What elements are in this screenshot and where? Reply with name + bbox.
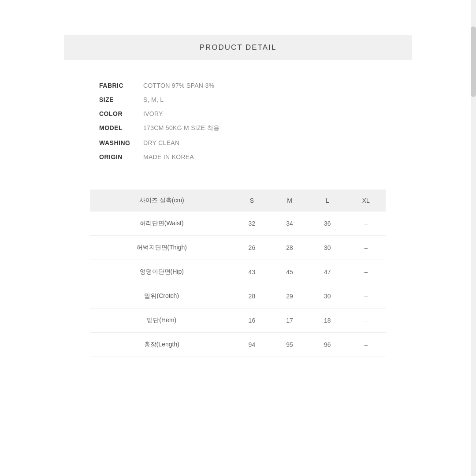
row-value: 45 — [271, 260, 309, 284]
product-detail-title: PRODUCT DETAIL — [200, 43, 277, 52]
size-value: S, M, L — [143, 96, 164, 103]
row-value: 26 — [233, 236, 271, 260]
row-value: 29 — [271, 284, 309, 309]
color-row: COLOR IVORY — [99, 110, 377, 117]
col-header-name: 사이즈 실측(cm) — [90, 190, 233, 212]
col-header-m: M — [271, 190, 309, 212]
product-info-section: FABRIC COTTON 97% SPAN 3% SIZE S, M, L C… — [64, 82, 412, 167]
row-label: 밑단(Hem) — [90, 309, 233, 333]
origin-row: ORIGIN MADE IN KOREA — [99, 153, 377, 160]
table-row: 밑위(Crotch)282930– — [90, 284, 386, 309]
row-label: 허리단면(Waist) — [90, 212, 233, 236]
row-label: 엉덩이단면(Hip) — [90, 260, 233, 284]
table-row: 밑단(Hem)161718– — [90, 309, 386, 333]
row-value: 28 — [271, 236, 309, 260]
row-value: – — [346, 212, 386, 236]
col-header-s: S — [233, 190, 271, 212]
color-label: COLOR — [99, 110, 143, 117]
scrollbar-thumb[interactable] — [471, 26, 476, 97]
table-row: 허리단면(Waist)323436– — [90, 212, 386, 236]
row-label: 총장(Length) — [90, 333, 233, 357]
model-label: MODEL — [99, 124, 143, 131]
row-value: – — [346, 236, 386, 260]
row-value: 96 — [309, 333, 346, 357]
fabric-label: FABRIC — [99, 82, 143, 89]
fabric-value: COTTON 97% SPAN 3% — [143, 82, 214, 89]
row-value: – — [346, 260, 386, 284]
row-label: 밑위(Crotch) — [90, 284, 233, 309]
row-value: 17 — [271, 309, 309, 333]
origin-label: ORIGIN — [99, 153, 143, 160]
row-value: 32 — [233, 212, 271, 236]
color-value: IVORY — [143, 110, 163, 117]
row-value: 18 — [309, 309, 346, 333]
model-value: 173CM 50KG M SIZE 착용 — [143, 124, 219, 132]
row-value: 16 — [233, 309, 271, 333]
row-label: 허벅지단면(Thigh) — [90, 236, 233, 260]
size-table-container: 사이즈 실측(cm) S M L XL 허리단면(Waist)323436–허벅… — [64, 190, 412, 357]
size-label: SIZE — [99, 96, 143, 103]
scrollbar[interactable] — [471, 0, 476, 476]
table-row: 허벅지단면(Thigh)262830– — [90, 236, 386, 260]
page-container: PRODUCT DETAIL FABRIC COTTON 97% SPAN 3%… — [0, 0, 476, 476]
origin-value: MADE IN KOREA — [143, 153, 194, 160]
row-value: – — [346, 309, 386, 333]
col-header-l: L — [309, 190, 346, 212]
model-row: MODEL 173CM 50KG M SIZE 착용 — [99, 124, 377, 132]
table-row: 엉덩이단면(Hip)434547– — [90, 260, 386, 284]
washing-value: DRY CLEAN — [143, 139, 179, 146]
row-value: 30 — [309, 236, 346, 260]
row-value: 28 — [233, 284, 271, 309]
row-value: 36 — [309, 212, 346, 236]
table-row: 총장(Length)949596– — [90, 333, 386, 357]
col-header-xl: XL — [346, 190, 386, 212]
row-value: 30 — [309, 284, 346, 309]
row-value: 94 — [233, 333, 271, 357]
row-value: 34 — [271, 212, 309, 236]
row-value: 95 — [271, 333, 309, 357]
table-header-row: 사이즈 실측(cm) S M L XL — [90, 190, 386, 212]
size-row: SIZE S, M, L — [99, 96, 377, 103]
washing-label: WASHING — [99, 139, 143, 146]
row-value: – — [346, 284, 386, 309]
row-value: 43 — [233, 260, 271, 284]
row-value: 47 — [309, 260, 346, 284]
washing-row: WASHING DRY CLEAN — [99, 139, 377, 146]
fabric-row: FABRIC COTTON 97% SPAN 3% — [99, 82, 377, 89]
size-table: 사이즈 실측(cm) S M L XL 허리단면(Waist)323436–허벅… — [90, 190, 386, 357]
row-value: – — [346, 333, 386, 357]
product-detail-header: PRODUCT DETAIL — [64, 35, 412, 60]
